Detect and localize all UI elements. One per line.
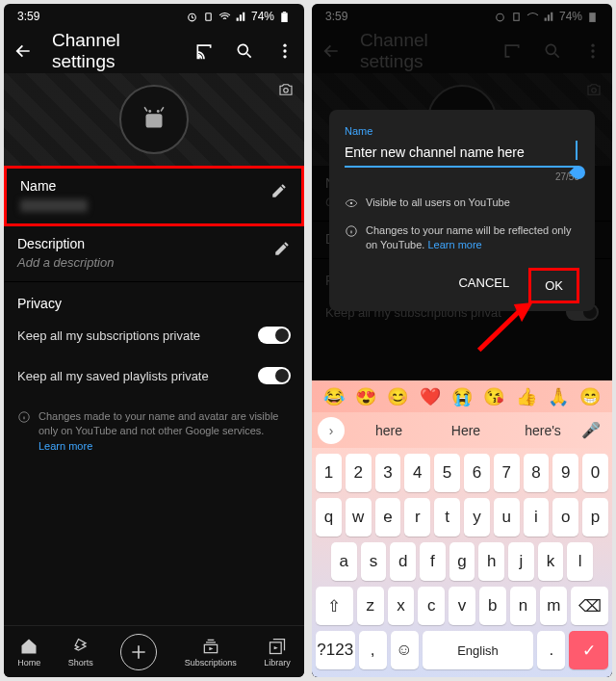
- edit-name-button[interactable]: [270, 182, 288, 203]
- nav-subscriptions[interactable]: Subscriptions: [185, 637, 237, 668]
- emoji-key[interactable]: 👍: [516, 386, 537, 407]
- key-y[interactable]: y: [464, 498, 490, 537]
- mic-button[interactable]: 🎤: [581, 421, 604, 439]
- key-n[interactable]: n: [510, 587, 537, 625]
- key-s[interactable]: s: [361, 542, 387, 581]
- key-c[interactable]: c: [418, 587, 445, 625]
- name-section[interactable]: Name: [4, 166, 304, 226]
- subs-private-toggle[interactable]: [258, 327, 291, 344]
- suggestion-2[interactable]: Here: [427, 423, 504, 438]
- emoji-row[interactable]: 😂😍😊❤️😭😘👍🙏😁: [312, 380, 612, 412]
- ok-button[interactable]: OK: [528, 268, 579, 303]
- key-l[interactable]: l: [567, 542, 593, 581]
- key-q[interactable]: q: [316, 498, 342, 537]
- suggestion-1[interactable]: here: [350, 423, 427, 438]
- search-icon[interactable]: [235, 41, 254, 61]
- description-placeholder: Add a description: [17, 255, 291, 270]
- privacy-heading: Privacy: [4, 282, 304, 315]
- description-section[interactable]: Description Add a description: [4, 226, 304, 282]
- emoji-key[interactable]: 😊: [387, 386, 408, 407]
- emoji-key[interactable]: 😘: [483, 386, 504, 407]
- edit-description-button[interactable]: [273, 240, 291, 261]
- status-bar: 3:59 74%: [4, 4, 304, 29]
- channel-avatar[interactable]: [119, 85, 189, 154]
- key-a[interactable]: a: [331, 542, 357, 581]
- expand-suggestions[interactable]: ›: [318, 417, 345, 444]
- cast-icon[interactable]: [194, 41, 214, 61]
- emoji-key[interactable]: 😍: [355, 386, 376, 407]
- key-e[interactable]: e: [375, 498, 401, 537]
- channel-name-input[interactable]: Enter new channel name here: [345, 141, 579, 168]
- enter-key[interactable]: ✓: [569, 631, 608, 669]
- key-o[interactable]: o: [552, 498, 578, 537]
- reflect-note: Changes to your name will be reflected o…: [345, 223, 579, 252]
- key-f[interactable]: f: [420, 542, 446, 581]
- vibrate-icon: [202, 11, 215, 23]
- info-icon: [17, 410, 31, 424]
- key-d[interactable]: d: [390, 542, 416, 581]
- visibility-note: Visible to all users on YouTube: [345, 196, 579, 210]
- key-b[interactable]: b: [479, 587, 506, 625]
- soft-keyboard: 😂😍😊❤️😭😘👍🙏😁 › here Here here's 🎤 12345678…: [312, 380, 612, 677]
- info-note: Changes made to your name and avatar are…: [4, 396, 304, 454]
- shift-key[interactable]: ⇧: [316, 587, 353, 625]
- svg-point-5: [283, 44, 286, 47]
- emoji-key[interactable]: 😭: [451, 386, 473, 407]
- key-r[interactable]: r: [404, 498, 430, 537]
- key-4[interactable]: 4: [404, 454, 430, 492]
- backspace-key[interactable]: ⌫: [571, 587, 608, 625]
- camera-banner-button[interactable]: [277, 81, 295, 102]
- nav-shorts[interactable]: Shorts: [68, 637, 93, 668]
- key-z[interactable]: z: [357, 587, 384, 625]
- emoji-switch-key[interactable]: ☺: [391, 631, 419, 669]
- emoji-key[interactable]: 😂: [323, 386, 345, 407]
- emoji-key[interactable]: ❤️: [420, 386, 441, 407]
- nav-home[interactable]: Home: [17, 637, 40, 668]
- more-icon[interactable]: [275, 41, 295, 61]
- key-5[interactable]: 5: [434, 454, 460, 492]
- eye-icon: [345, 196, 358, 210]
- key-m[interactable]: m: [540, 587, 567, 625]
- back-icon[interactable]: [13, 41, 33, 61]
- signal-icon: [235, 11, 247, 23]
- key-w[interactable]: w: [346, 498, 372, 537]
- key-j[interactable]: j: [508, 542, 534, 581]
- phone-left: 3:59 74% Channel settings Name Descripti…: [4, 4, 304, 677]
- learn-more-link[interactable]: Learn more: [38, 440, 92, 452]
- comma-key[interactable]: ,: [359, 631, 387, 669]
- nav-create[interactable]: [120, 634, 157, 670]
- symbols-key[interactable]: ?123: [316, 631, 355, 669]
- key-t[interactable]: t: [434, 498, 460, 537]
- period-key[interactable]: .: [537, 631, 565, 669]
- suggestion-bar: › here Here here's 🎤: [312, 412, 612, 448]
- key-7[interactable]: 7: [494, 454, 520, 492]
- key-u[interactable]: u: [494, 498, 520, 537]
- key-6[interactable]: 6: [464, 454, 490, 492]
- emoji-key[interactable]: 🙏: [548, 386, 569, 407]
- key-9[interactable]: 9: [552, 454, 578, 492]
- emoji-key[interactable]: 😁: [579, 386, 601, 407]
- nav-library[interactable]: Library: [264, 637, 291, 668]
- key-0[interactable]: 0: [582, 454, 608, 492]
- key-h[interactable]: h: [478, 542, 504, 581]
- key-x[interactable]: x: [388, 587, 415, 625]
- key-3[interactable]: 3: [375, 454, 401, 492]
- key-2[interactable]: 2: [346, 454, 372, 492]
- playlists-private-label: Keep all my saved playlists private: [17, 369, 209, 383]
- learn-more-link[interactable]: Learn more: [427, 239, 481, 250]
- key-1[interactable]: 1: [316, 454, 342, 492]
- key-i[interactable]: i: [524, 498, 550, 537]
- key-p[interactable]: p: [582, 498, 608, 537]
- wifi-icon: [218, 11, 231, 23]
- key-v[interactable]: v: [449, 587, 475, 625]
- pencil-icon: [273, 240, 291, 257]
- phone-right: 3:59 74% Channel settings Nam Curt Desc …: [312, 4, 612, 677]
- suggestion-3[interactable]: here's: [504, 423, 581, 438]
- playlists-private-toggle[interactable]: [258, 367, 291, 384]
- key-8[interactable]: 8: [524, 454, 550, 492]
- key-g[interactable]: g: [449, 542, 475, 581]
- cancel-button[interactable]: CANCEL: [445, 268, 523, 303]
- space-key[interactable]: English: [423, 631, 534, 669]
- page-title: Channel settings: [52, 30, 175, 72]
- key-k[interactable]: k: [538, 542, 564, 581]
